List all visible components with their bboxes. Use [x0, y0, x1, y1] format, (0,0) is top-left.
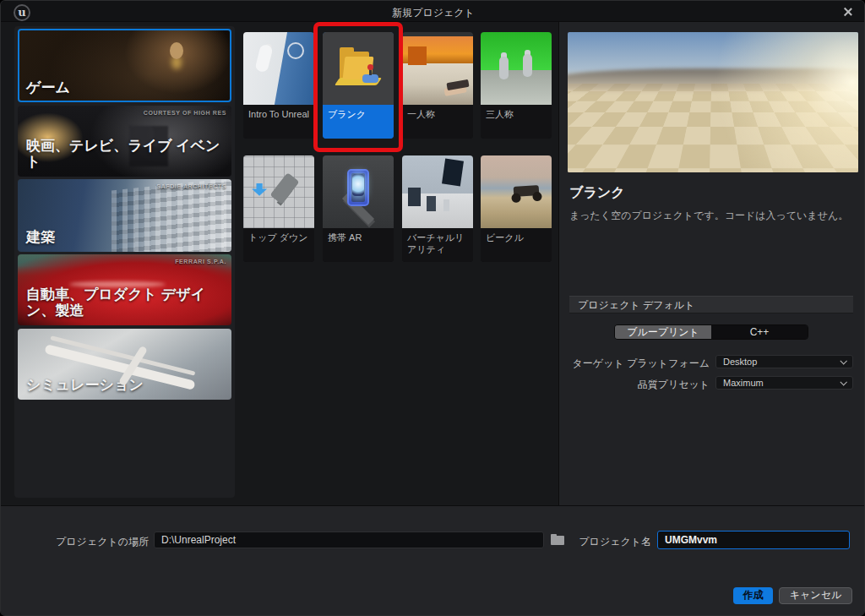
footer-bar: プロジェクトの場所 プロジェクト名 作成 キャンセル	[1, 505, 865, 616]
template-handheld-ar[interactable]: 携帯 AR	[323, 155, 394, 262]
cancel-button[interactable]: キャンセル	[779, 587, 852, 604]
close-icon[interactable]	[842, 6, 854, 18]
template-label: トップ ダウン	[243, 228, 314, 262]
target-platform-value: Desktop	[723, 357, 757, 367]
template-blank[interactable]: ブランク	[323, 32, 394, 139]
project-name-input[interactable]	[657, 531, 850, 549]
template-label: ブランク	[323, 105, 394, 139]
template-label: 携帯 AR	[323, 228, 394, 262]
template-label: 一人称	[402, 105, 473, 139]
project-name-label: プロジェクト名	[558, 535, 651, 549]
target-platform-label: ターゲット プラットフォーム	[559, 357, 710, 371]
image-credit: COURTESY OF HIGH RES	[144, 110, 226, 116]
title-bar: u 新規プロジェクト	[1, 1, 865, 22]
implementation-toggle: ブループリント C++	[614, 324, 808, 340]
blueprint-toggle-button[interactable]: ブループリント	[615, 325, 711, 339]
template-label: バーチャルリアリティ	[402, 228, 473, 262]
create-button[interactable]: 作成	[733, 587, 773, 604]
template-preview-image	[568, 32, 858, 172]
template-virtual-reality[interactable]: バーチャルリアリティ	[402, 155, 473, 262]
ar-phone-icon	[347, 169, 369, 206]
chevron-down-icon	[840, 379, 846, 385]
template-thumbnail	[323, 155, 394, 228]
category-label: 映画、テレビ、ライブ イベント	[26, 138, 231, 171]
new-project-dialog: u 新規プロジェクト ゲーム COURTESY OF HIGH RES 映画、テ…	[0, 0, 865, 616]
quality-preset-dropdown[interactable]: Maximum	[715, 376, 853, 390]
project-defaults-header: プロジェクト デフォルト	[569, 296, 853, 313]
category-label: ゲーム	[26, 79, 77, 96]
template-detail-description: まったく空のプロジェクトです。コードは入っていません。	[569, 209, 857, 223]
detail-panel: ブランク まったく空のプロジェクトです。コードは入っていません。 プロジェクト …	[558, 22, 865, 505]
preview-sun-glow	[568, 32, 858, 172]
quality-preset-value: Maximum	[723, 378, 764, 388]
template-label: 三人称	[481, 105, 552, 139]
template-intro-to-unreal[interactable]: Intro To Unreal	[243, 32, 314, 139]
project-location-label: プロジェクトの場所	[18, 535, 149, 549]
category-architecture[interactable]: SAFDIE ARCHITECTS 建築	[18, 179, 231, 252]
vehicle-buggy-icon	[513, 185, 539, 197]
dialog-title: 新規プロジェクト	[1, 6, 865, 20]
template-thumbnail	[481, 32, 552, 105]
template-first-person[interactable]: 一人称	[402, 32, 473, 139]
cpp-toggle-button[interactable]: C++	[711, 325, 808, 339]
project-location-input[interactable]	[154, 532, 544, 548]
category-label: シミュレーション	[26, 377, 150, 394]
template-thumbnail	[402, 32, 473, 105]
template-label: ビークル	[481, 228, 552, 262]
template-thumbnail	[481, 155, 552, 228]
template-label: Intro To Unreal	[243, 105, 314, 139]
template-detail-title: ブランク	[569, 184, 625, 202]
image-credit: SAFDIE ARCHITECTS	[156, 183, 226, 189]
target-platform-dropdown[interactable]: Desktop	[715, 355, 853, 368]
template-vehicle[interactable]: ビークル	[481, 155, 552, 262]
category-label: 自動車、プロダクト デザイン、製造	[26, 286, 231, 319]
category-automotive-product-design[interactable]: FERRARI S.P.A. 自動車、プロダクト デザイン、製造	[18, 254, 231, 325]
template-thumbnail	[243, 155, 314, 228]
category-games[interactable]: ゲーム	[18, 29, 231, 102]
template-thumbnail	[402, 155, 473, 228]
category-label: 建築	[26, 229, 62, 246]
chevron-down-icon	[840, 357, 846, 364]
category-simulation[interactable]: シミュレーション	[18, 329, 231, 400]
category-panel: ゲーム COURTESY OF HIGH RES 映画、テレビ、ライブ イベント…	[14, 26, 235, 498]
template-thumbnail	[243, 32, 314, 105]
quality-preset-label: 品質プリセット	[559, 378, 710, 392]
image-credit: FERRARI S.P.A.	[175, 259, 226, 264]
template-top-down[interactable]: トップ ダウン	[243, 155, 314, 262]
blank-folder-icon	[335, 46, 381, 85]
template-thumbnail	[323, 32, 394, 105]
category-film-tv-live-events[interactable]: COURTESY OF HIGH RES 映画、テレビ、ライブ イベント	[18, 106, 231, 177]
template-third-person[interactable]: 三人称	[481, 32, 552, 139]
